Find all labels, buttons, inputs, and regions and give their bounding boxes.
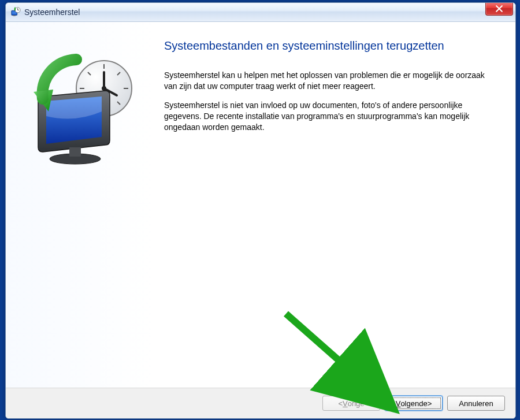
side-panel (6, 22, 156, 388)
svg-rect-20 (69, 147, 81, 157)
intro-paragraph-1: Systeemherstel kan u helpen met het oplo… (164, 70, 498, 92)
page-heading: Systeembestanden en systeeminstellingen … (164, 38, 498, 54)
desktop-background: Systeemherstel (0, 0, 520, 420)
system-restore-window: Systeemherstel (5, 2, 516, 419)
wizard-footer: < Vorige Volgende > Annuleren (6, 388, 515, 418)
cancel-button[interactable]: Annuleren (447, 396, 505, 411)
next-button[interactable]: Volgende > (385, 396, 443, 411)
title-bar[interactable]: Systeemherstel (6, 3, 515, 22)
close-icon (496, 5, 503, 12)
system-restore-icon (10, 7, 21, 17)
back-button: < Vorige (322, 396, 380, 411)
intro-paragraph-2: Systeemherstel is niet van invloed op uw… (164, 100, 498, 133)
window-title: Systeemherstel (24, 8, 80, 17)
system-restore-illustration-icon (23, 54, 139, 169)
main-panel: Systeembestanden en systeeminstellingen … (156, 22, 515, 388)
content-area: Systeembestanden en systeeminstellingen … (6, 22, 515, 388)
close-button[interactable] (485, 2, 513, 16)
svg-rect-2 (13, 15, 16, 16)
svg-point-18 (102, 86, 106, 91)
